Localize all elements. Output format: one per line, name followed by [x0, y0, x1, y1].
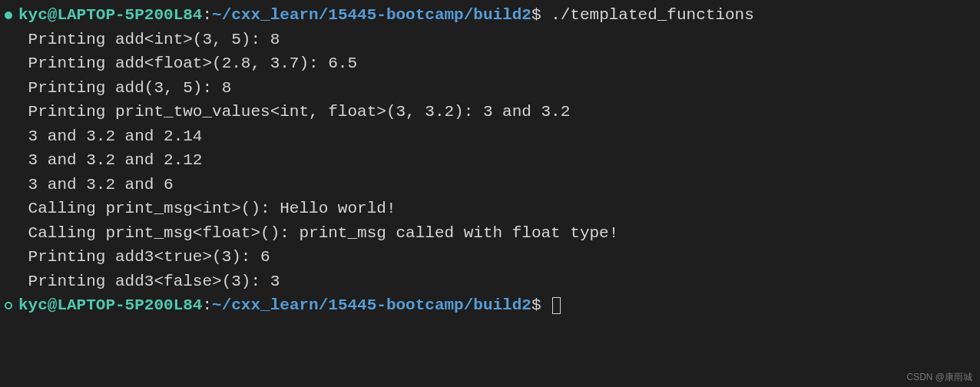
working-directory: ~/cxx_learn/15445-bootcamp/build2	[212, 293, 531, 318]
output-line: Printing add3<false>(3): 3	[5, 270, 975, 294]
cursor-icon	[552, 297, 561, 314]
output-line: 3 and 3.2 and 2.12	[5, 148, 975, 173]
prompt-symbol: $	[531, 293, 541, 318]
output-line: 3 and 3.2 and 6	[5, 173, 975, 197]
separator-colon: :	[202, 3, 212, 28]
separator-colon: :	[202, 293, 212, 318]
command-input[interactable]	[541, 293, 551, 318]
output-line: Printing add<float>(2.8, 3.7): 6.5	[5, 51, 975, 76]
prompt-line-2[interactable]: kyc@LAPTOP-5P200L84 : ~/cxx_learn/15445-…	[5, 293, 975, 318]
output-line: Printing print_two_values<int, float>(3,…	[5, 100, 975, 124]
user-host: kyc@LAPTOP-5P200L84	[18, 3, 202, 28]
status-bullet-hollow-icon	[5, 302, 12, 309]
watermark-text: CSDN @康雨城	[906, 370, 972, 384]
status-bullet-icon	[5, 12, 12, 19]
command-text: ./templated_functions	[541, 3, 754, 28]
output-line: Printing add3<true>(3): 6	[5, 245, 975, 270]
output-line: Printing add<int>(3, 5): 8	[5, 28, 975, 52]
terminal-output[interactable]: kyc@LAPTOP-5P200L84 : ~/cxx_learn/15445-…	[0, 0, 980, 321]
working-directory: ~/cxx_learn/15445-bootcamp/build2	[212, 3, 531, 28]
output-line: Calling print_msg<int>(): Hello world!	[5, 197, 975, 221]
output-line: Calling print_msg<float>(): print_msg ca…	[5, 221, 975, 246]
user-host: kyc@LAPTOP-5P200L84	[18, 293, 202, 318]
output-line: Printing add(3, 5): 8	[5, 76, 975, 101]
prompt-line-1: kyc@LAPTOP-5P200L84 : ~/cxx_learn/15445-…	[5, 3, 975, 28]
output-line: 3 and 3.2 and 2.14	[5, 124, 975, 149]
prompt-symbol: $	[531, 3, 541, 28]
